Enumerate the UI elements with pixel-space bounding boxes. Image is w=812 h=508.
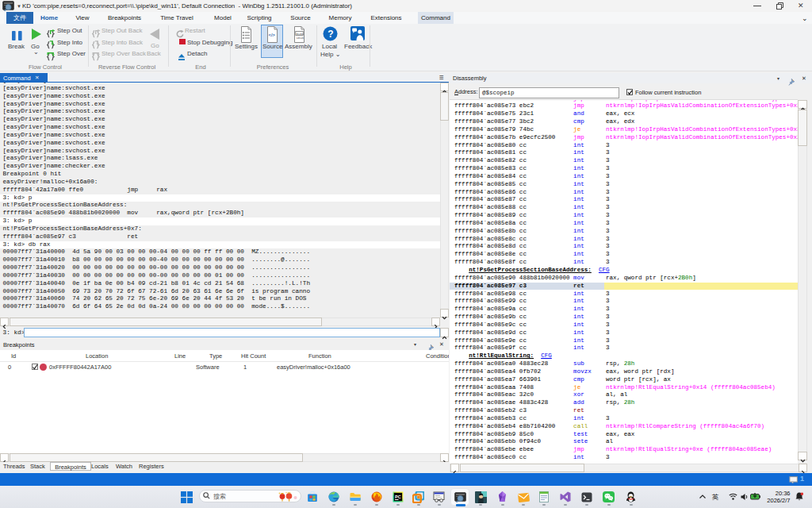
svg-text:0101: 0101 xyxy=(296,32,304,35)
svg-text:?: ? xyxy=(327,29,333,40)
svg-text:PC: PC xyxy=(395,494,401,498)
svg-text:</>: </> xyxy=(269,33,276,37)
svg-text:1010: 1010 xyxy=(296,37,304,40)
